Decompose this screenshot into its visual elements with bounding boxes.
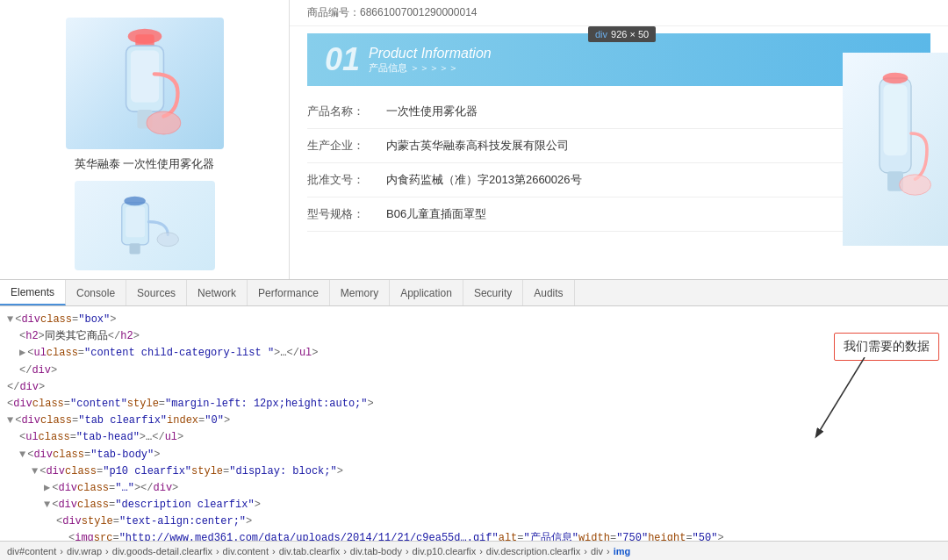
svg-point-15 — [900, 175, 931, 195]
statusbar-div-p10[interactable]: div.p10.clearfix — [413, 546, 477, 556]
svg-line-16 — [816, 357, 865, 436]
svg-rect-3 — [130, 51, 158, 103]
banner-subtitle: 产品信息 ＞＞＞＞＞ — [369, 61, 492, 75]
tab-console[interactable]: Console — [66, 280, 126, 305]
tab-sources[interactable]: Sources — [126, 280, 187, 305]
detail-label-name: 产品名称： — [307, 104, 386, 119]
devtools-panel: Elements Console Sources Network Perform… — [0, 279, 948, 560]
detail-value-approval: 内食药监械（准）字2013第2660026号 — [386, 172, 582, 188]
product-number-text: 商品编号：68661007001290000014 — [307, 6, 477, 18]
tab-memory[interactable]: Memory — [330, 280, 390, 305]
detail-label-manufacturer: 生产企业： — [307, 138, 386, 154]
svg-point-7 — [124, 197, 146, 206]
callout-text: 我们需要的数据 — [844, 340, 930, 354]
product-image-main — [66, 18, 224, 149]
detail-label-approval: 批准文号： — [307, 172, 386, 188]
left-product-panel: 英华融泰 一次性使用雾化器 — [0, 0, 290, 279]
product-image-right — [843, 53, 948, 246]
statusbar-div-desc[interactable]: div.description.clearfix — [486, 546, 580, 556]
triangle-7[interactable]: ▼ — [7, 413, 13, 429]
webpage-preview: 英华融泰 一次性使用雾化器 商品编号：68661007001290000014 … — [0, 0, 948, 279]
statusbar-div-content2[interactable]: div.content — [223, 546, 269, 556]
triangle-10[interactable]: ▼ — [32, 463, 38, 480]
devtools-content: ▼ <div class="box" > <h2>同类其它商品</h2> ▶ <… — [0, 306, 948, 560]
code-line-9: ▼ <div class="tab-body" > — [7, 447, 941, 463]
svg-point-5 — [147, 111, 181, 134]
svg-point-12 — [883, 73, 908, 84]
svg-rect-9 — [129, 243, 140, 254]
code-line-10: ▼ <div class="p10 clearfix" style="displ… — [7, 463, 941, 480]
statusbar-div-goods[interactable]: div.goods-detail.clearfix — [112, 546, 212, 556]
tab-application[interactable]: Application — [390, 280, 463, 305]
statusbar-img[interactable]: img — [614, 546, 631, 556]
triangle-9[interactable]: ▼ — [19, 447, 25, 463]
triangle-12[interactable]: ▼ — [44, 497, 50, 513]
code-line-2: <h2>同类其它商品</h2> — [7, 328, 941, 345]
svg-point-10 — [157, 233, 179, 247]
code-line-14: <img src="http://www.med361.com/data/upl… — [7, 530, 941, 541]
statusbar-div-tab[interactable]: div.tab.clearfix — [279, 546, 341, 556]
triangle-1[interactable]: ▼ — [7, 312, 13, 328]
code-line-1: ▼ <div class="box" > — [7, 312, 941, 328]
element-tooltip: div 926 × 50 — [588, 26, 656, 42]
tab-audits[interactable]: Audits — [523, 280, 574, 305]
statusbar-div-wrap[interactable]: div.wrap — [67, 546, 102, 556]
devtools-statusbar: div#content › div.wrap › div.goods-detai… — [0, 541, 948, 560]
product-title-left: 英华融泰 一次性使用雾化器 — [75, 156, 215, 172]
product-number-bar: 商品编号：68661007001290000014 — [290, 0, 948, 26]
code-line-11: ▶ <div class="…" ></div> — [7, 480, 941, 497]
banner-number: 01 — [325, 41, 360, 78]
detail-value-manufacturer: 内蒙古英华融泰高科技发展有限公司 — [386, 138, 569, 154]
tooltip-tag: div — [595, 29, 607, 39]
tab-elements[interactable]: Elements — [0, 280, 66, 305]
detail-row-approval: 批准文号： 内食药监械（准）字2013第2660026号 — [307, 163, 930, 197]
detail-row-manufacturer: 生产企业： 内蒙古英华融泰高科技发展有限公司 — [307, 129, 930, 163]
statusbar-div-content[interactable]: div#content — [7, 546, 56, 556]
detail-value-name: 一次性使用雾化器 — [386, 104, 478, 119]
devtools-tabs-bar: Elements Console Sources Network Perform… — [0, 280, 948, 306]
statusbar-div-tabbody[interactable]: div.tab-body — [350, 546, 402, 556]
svg-rect-8 — [126, 206, 145, 237]
triangle-11[interactable]: ▶ — [44, 480, 50, 497]
detail-value-model: B06儿童直插面罩型 — [386, 206, 486, 222]
code-line-12: ▼ <div class="description clearfix" > — [7, 497, 941, 513]
banner-title: Product Information — [369, 46, 492, 61]
triangle-3[interactable]: ▶ — [19, 345, 25, 362]
callout-arrow-svg — [799, 357, 904, 445]
detail-row-model: 型号规格： B06儿童直插面罩型 — [307, 197, 930, 232]
code-panel: ▼ <div class="box" > <h2>同类其它商品</h2> ▶ <… — [0, 306, 948, 541]
statusbar-div[interactable]: div — [591, 546, 603, 556]
tab-performance[interactable]: Performance — [248, 280, 330, 305]
right-product-panel: 商品编号：68661007001290000014 div 926 × 50 0… — [290, 0, 948, 279]
detail-row-name: 产品名称： 一次性使用雾化器 — [307, 95, 930, 129]
tab-security[interactable]: Security — [463, 280, 523, 305]
svg-rect-13 — [884, 84, 908, 155]
code-line-13: <div style="text-align:center;" > — [7, 513, 941, 530]
product-image-secondary — [75, 181, 215, 270]
tooltip-dimensions: 926 × 50 — [611, 29, 649, 39]
tab-network[interactable]: Network — [187, 280, 248, 305]
detail-label-model: 型号规格： — [307, 206, 386, 222]
